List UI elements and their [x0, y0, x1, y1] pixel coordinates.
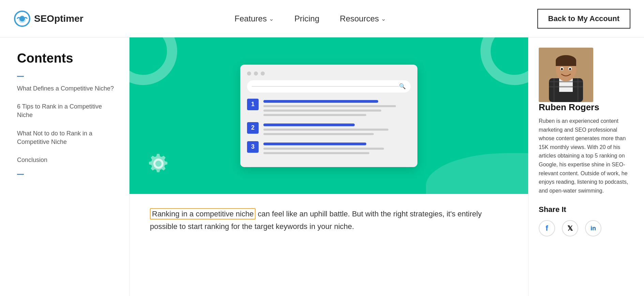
search-bar-line — [252, 86, 399, 87]
author-photo-svg — [539, 48, 593, 102]
hero-circle-tl — [129, 37, 177, 85]
share-icons: f 𝕏 in — [539, 220, 634, 236]
logo-icon — [14, 10, 31, 27]
gear-icon — [147, 152, 170, 180]
highlighted-phrase: Ranking in a competitive niche — [150, 208, 256, 219]
toc-divider-bottom — [17, 174, 24, 175]
toc-divider-top — [17, 76, 24, 77]
browser-dot-1 — [247, 71, 251, 76]
author-bio: Ruben is an experienced content marketin… — [539, 117, 634, 195]
linkedin-share-button[interactable]: in — [585, 220, 601, 236]
result-item-2: 2 — [247, 122, 411, 135]
main-layout: Contents What Defines a Competitive Nich… — [0, 37, 644, 296]
result-gray-line — [263, 105, 396, 107]
nav-resources[interactable]: Resources ⌄ — [340, 14, 386, 23]
resources-chevron-icon: ⌄ — [381, 15, 386, 22]
result-gray-line — [263, 152, 369, 154]
browser-mockup: 🔍 1 2 — [240, 65, 417, 167]
features-chevron-icon: ⌄ — [269, 15, 274, 22]
result-gray-line — [263, 110, 381, 112]
svg-point-15 — [569, 68, 571, 70]
intro-paragraph: Ranking in a competitive niche can feel … — [150, 208, 508, 233]
toc-item-2[interactable]: 6 Tips to Rank in a Competitive Niche — [17, 102, 116, 119]
svg-rect-11 — [556, 61, 576, 66]
result-gray-line — [263, 114, 366, 116]
result-blue-line — [263, 100, 378, 103]
result-num-2: 2 — [247, 122, 259, 134]
facebook-icon: f — [546, 224, 548, 233]
article-intro: Ranking in a competitive niche can feel … — [129, 194, 528, 247]
result-item-3: 3 — [247, 141, 411, 154]
result-lines-2 — [263, 122, 411, 135]
toc-item-3[interactable]: What Not to do to Rank in a Competitive … — [17, 129, 116, 146]
back-to-account-button[interactable]: Back to My Account — [537, 9, 630, 29]
logo-link[interactable]: SEOptimer — [14, 10, 83, 27]
navbar: SEOptimer Features ⌄ Pricing Resources ⌄… — [0, 0, 644, 37]
twitter-x-share-button[interactable]: 𝕏 — [562, 220, 578, 236]
browser-dot-3 — [261, 71, 265, 76]
result-gray-line — [263, 133, 374, 135]
result-lines-1 — [263, 99, 411, 116]
result-blue-line — [263, 124, 355, 126]
table-of-contents: Contents What Defines a Competitive Nich… — [0, 37, 129, 296]
svg-point-14 — [561, 68, 563, 70]
nav-features[interactable]: Features ⌄ — [234, 14, 274, 23]
browser-dot-2 — [254, 71, 258, 76]
result-blue-line — [263, 143, 366, 145]
toc-title: Contents — [17, 51, 116, 66]
logo-text: SEOptimer — [34, 13, 83, 24]
result-item-1: 1 — [247, 99, 411, 116]
main-content: 🔍 1 2 — [129, 37, 528, 296]
browser-searchbar: 🔍 — [247, 80, 411, 93]
toc-item-4[interactable]: Conclusion — [17, 156, 116, 164]
author-photo — [539, 48, 593, 102]
hero-wave — [426, 153, 528, 194]
result-gray-line — [263, 148, 384, 150]
share-title: Share It — [539, 205, 634, 214]
browser-dots — [247, 71, 411, 76]
result-num-3: 3 — [247, 141, 259, 153]
facebook-share-button[interactable]: f — [539, 220, 555, 236]
hero-image: 🔍 1 2 — [129, 37, 528, 194]
nav-pricing[interactable]: Pricing — [294, 14, 319, 23]
result-gray-line — [263, 129, 388, 131]
right-sidebar: Ruben Rogers Ruben is an experienced con… — [528, 37, 644, 296]
nav-center: Features ⌄ Pricing Resources ⌄ — [83, 14, 537, 23]
search-icon: 🔍 — [399, 83, 406, 89]
toc-item-1[interactable]: What Defines a Competitive Niche? — [17, 84, 116, 93]
author-name: Ruben Rogers — [539, 102, 634, 113]
linkedin-icon: in — [591, 225, 596, 232]
result-lines-3 — [263, 141, 411, 154]
result-num-1: 1 — [247, 99, 259, 110]
twitter-x-icon: 𝕏 — [567, 224, 573, 232]
hero-circle-tr — [480, 37, 528, 85]
